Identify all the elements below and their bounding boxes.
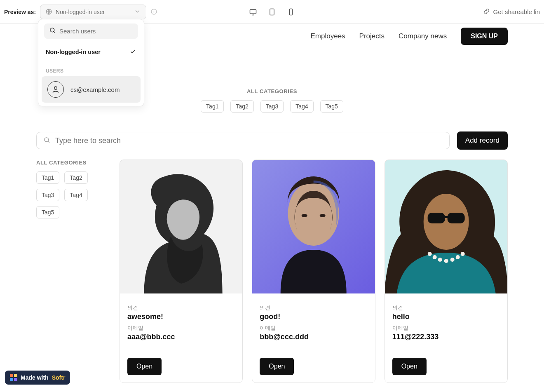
opinion-value: hello — [392, 312, 500, 321]
svg-point-18 — [427, 252, 431, 256]
svg-point-23 — [455, 255, 460, 259]
preview-dropdown-panel: Non-logged-in user USERS cs@example.com — [38, 19, 144, 106]
preview-user-select[interactable]: Non-logged-in user — [40, 5, 146, 19]
cards-grid: 의견 awesome! 이메일 aaa@bbb.ccc Open — [120, 160, 508, 383]
dropdown-non-logged-label: Non-logged-in user — [46, 49, 101, 55]
softr-brand: Softr — [52, 374, 66, 381]
dropdown-search-input[interactable] — [59, 28, 138, 35]
svg-rect-16 — [447, 213, 464, 223]
device-preview-icons — [249, 8, 295, 16]
side-categories: ALL CATEGORIES Tag1 Tag2 Tag3 Tag4 Tag5 — [36, 160, 106, 383]
softr-logo-icon — [10, 374, 17, 381]
open-button[interactable]: Open — [392, 358, 427, 375]
svg-point-5 — [50, 28, 54, 32]
card-body: 의견 hello 이메일 111@222.333 Open — [385, 293, 507, 383]
card-image — [385, 160, 507, 293]
side-tag-5[interactable]: Tag5 — [36, 206, 59, 218]
opinion-value: good! — [260, 312, 367, 321]
email-value: aaa@bbb.ccc — [127, 333, 235, 341]
toolbar-row: Add record — [0, 131, 544, 150]
svg-point-21 — [444, 259, 448, 263]
dropdown-non-logged-option[interactable]: Non-logged-in user — [42, 44, 141, 60]
mobile-icon[interactable] — [287, 8, 295, 16]
user-avatar-icon — [47, 81, 64, 98]
made-with-label: Made with — [21, 374, 49, 381]
email-label: 이메일 — [127, 324, 235, 332]
dropdown-divider — [46, 62, 136, 62]
info-icon[interactable] — [150, 8, 157, 15]
card-image — [252, 160, 375, 293]
main-search[interactable] — [36, 132, 450, 149]
email-value: 111@222.333 — [392, 333, 500, 341]
made-with-softr-badge[interactable]: Made with Softr — [5, 371, 70, 385]
main-content: ALL CATEGORIES Tag1 Tag2 Tag3 Tag4 Tag5 — [0, 150, 544, 383]
dropdown-search[interactable] — [44, 23, 138, 39]
preview-bar: Preview as: Non-logged-in user Get share… — [0, 0, 544, 24]
hero-tag-2[interactable]: Tag2 — [230, 100, 253, 113]
preview-selected-text: Non-logged-in user — [56, 9, 131, 15]
hero-tag-5[interactable]: Tag5 — [320, 100, 343, 113]
desktop-icon[interactable] — [249, 8, 257, 16]
nav-company-news[interactable]: Company news — [399, 32, 447, 40]
svg-point-6 — [54, 87, 57, 89]
svg-rect-17 — [445, 216, 448, 218]
svg-point-20 — [438, 258, 442, 262]
hero-tag-3[interactable]: Tag3 — [260, 100, 284, 113]
side-tag-4[interactable]: Tag4 — [64, 189, 87, 201]
card-body: 의견 awesome! 이메일 aaa@bbb.ccc Open — [120, 293, 242, 383]
preview-as-label: Preview as: — [4, 9, 36, 15]
card-image — [120, 160, 242, 293]
record-card: 의견 awesome! 이메일 aaa@bbb.ccc Open — [120, 160, 243, 383]
search-icon — [49, 27, 56, 35]
side-tag-3[interactable]: Tag3 — [36, 189, 59, 201]
card-body: 의견 good! 이메일 bbb@ccc.ddd Open — [252, 293, 375, 383]
svg-rect-15 — [427, 213, 445, 223]
tablet-icon[interactable] — [268, 8, 276, 16]
dropdown-user-row[interactable]: cs@example.com — [42, 76, 141, 103]
record-card: 의견 hello 이메일 111@222.333 Open — [385, 160, 508, 383]
add-record-button[interactable]: Add record — [457, 131, 508, 150]
open-button[interactable]: Open — [127, 358, 162, 375]
side-categories-label: ALL CATEGORIES — [36, 160, 106, 166]
check-icon — [129, 48, 136, 56]
svg-point-24 — [460, 252, 464, 256]
email-label: 이메일 — [260, 324, 367, 332]
svg-point-11 — [302, 214, 307, 217]
opinion-label: 의견 — [392, 304, 500, 312]
get-shareable-link[interactable]: Get shareable lin — [483, 8, 540, 16]
side-tag-1[interactable]: Tag1 — [36, 171, 59, 184]
svg-point-19 — [432, 255, 436, 259]
svg-point-12 — [320, 214, 326, 217]
share-link-label: Get shareable lin — [493, 8, 540, 15]
nav-employees[interactable]: Employees — [311, 32, 345, 40]
record-card: 의견 good! 이메일 bbb@ccc.ddd Open — [252, 160, 375, 383]
open-button[interactable]: Open — [260, 358, 294, 375]
nav-projects[interactable]: Projects — [359, 32, 385, 40]
side-tags-wrap: Tag1 Tag2 Tag3 Tag4 Tag5 — [36, 171, 106, 218]
svg-point-22 — [450, 258, 454, 262]
side-tag-2[interactable]: Tag2 — [64, 171, 87, 184]
chevron-down-icon — [134, 8, 141, 16]
main-search-input[interactable] — [55, 136, 443, 145]
email-label: 이메일 — [392, 324, 500, 332]
opinion-label: 의견 — [127, 304, 235, 312]
signup-button[interactable]: SIGN UP — [461, 28, 508, 45]
opinion-value: awesome! — [127, 312, 235, 321]
link-icon — [483, 8, 490, 16]
opinion-label: 의견 — [260, 304, 367, 312]
email-value: bbb@ccc.ddd — [260, 333, 367, 341]
svg-rect-2 — [250, 9, 256, 14]
main-nav: Employees Projects Company news SIGN UP — [311, 28, 508, 45]
svg-point-7 — [45, 137, 49, 141]
hero-tag-1[interactable]: Tag1 — [201, 100, 224, 113]
hero-tag-4[interactable]: Tag4 — [290, 100, 313, 113]
globe-icon — [45, 8, 52, 15]
dropdown-user-email: cs@example.com — [70, 86, 120, 93]
search-icon — [43, 136, 50, 145]
